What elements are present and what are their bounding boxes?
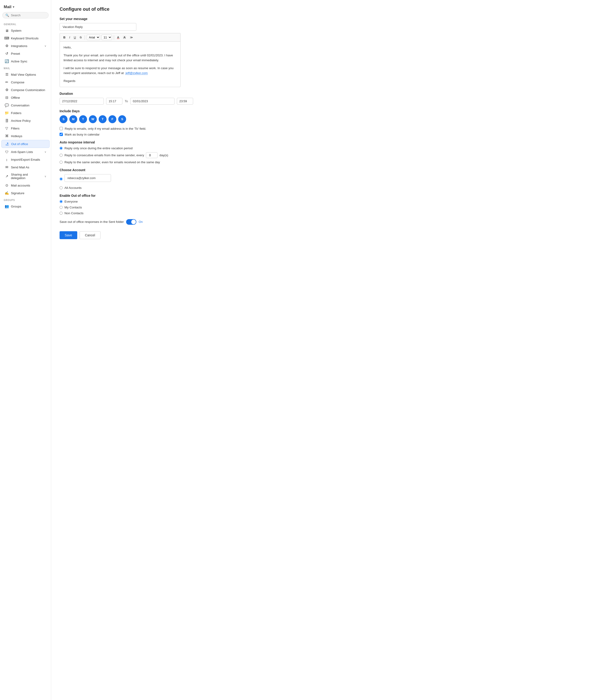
conversation-icon: 💬	[5, 103, 9, 107]
compose-icon: ✏	[5, 80, 9, 84]
sidebar-item-archive-policy[interactable]: 🗄 Archive Policy	[1, 117, 50, 124]
all-accounts-label: All Accounts	[64, 186, 82, 190]
sidebar-item-keyboard-shortcuts[interactable]: ⌨ Keyboard Shortcuts	[1, 34, 50, 42]
message-subject-input[interactable]	[59, 23, 136, 31]
sidebar-item-label: Hotkeys	[11, 134, 22, 138]
day-monday[interactable]: M	[69, 115, 77, 123]
duration-label: Duration	[59, 92, 590, 96]
sidebar-item-filters[interactable]: ▽ Filters	[1, 125, 50, 132]
editor-body[interactable]: Hello, Thank you for your email. am curr…	[59, 42, 181, 87]
sidebar-item-compose[interactable]: ✏ Compose	[1, 78, 50, 86]
account-email-box[interactable]: rebecca@zylker.com	[64, 174, 111, 182]
sidebar-item-label: Sharing and delegation	[11, 173, 42, 180]
toggle-state-label: On	[139, 220, 142, 224]
days-suffix: day(s)	[159, 153, 168, 157]
sidebar-item-conversation[interactable]: 💬 Conversation	[1, 102, 50, 109]
editor-toolbar: B I U S Arial 11 A A ≫	[59, 33, 181, 42]
sidebar-item-preset[interactable]: ↺ Preset	[1, 50, 50, 57]
sidebar-item-label: Active Sync	[11, 59, 27, 63]
underline-button[interactable]: U	[73, 35, 77, 40]
save-button[interactable]: Save	[59, 231, 77, 239]
sidebar-item-folders[interactable]: 📁 Folders	[1, 109, 50, 117]
radio-consecutive[interactable]	[59, 154, 62, 157]
strikethrough-button[interactable]: S	[78, 35, 83, 40]
radio-non-contacts[interactable]	[59, 212, 62, 215]
keyboard-icon: ⌨	[5, 36, 9, 40]
toolbar-divider	[85, 35, 85, 40]
sidebar-item-compose-customization[interactable]: ⚙ Compose Customization	[1, 86, 50, 94]
save-sent-label: Save out of office responses in the Sent…	[59, 220, 124, 224]
days-input[interactable]	[146, 152, 158, 158]
day-saturday[interactable]: S	[118, 115, 126, 123]
sidebar-item-label: Conversation	[11, 104, 30, 107]
offline-icon: ⊟	[5, 96, 9, 100]
checkbox-busy[interactable]	[59, 133, 63, 136]
sidebar-item-offline[interactable]: ⊟ Offline	[1, 94, 50, 101]
highlight-button[interactable]: A	[122, 35, 127, 40]
toggle-knob	[131, 220, 136, 224]
day-sunday[interactable]: S	[59, 115, 68, 123]
sidebar-item-sharing-delegation[interactable]: ↗ Sharing and delegation ∨	[1, 171, 50, 181]
radio-my-contacts[interactable]	[59, 206, 62, 209]
day-friday[interactable]: F	[108, 115, 116, 123]
sidebar-item-active-sync[interactable]: 🔄 Active Sync	[1, 57, 50, 65]
checkbox-to-field[interactable]	[59, 127, 63, 130]
sidebar-item-label: Offline	[11, 96, 20, 99]
day-wednesday[interactable]: W	[89, 115, 97, 123]
toolbar-divider-2	[114, 35, 114, 40]
enable-oof-label: Enable Out of office for	[59, 194, 590, 198]
checkbox-busy-row: Mark as busy in calendar	[59, 133, 590, 136]
radio-all-accounts[interactable]	[59, 186, 62, 189]
page-title: Configure out of office	[59, 6, 590, 12]
radio-same-sender[interactable]	[59, 161, 62, 164]
radio-same-sender-label: Reply to the same sender, even for email…	[64, 160, 160, 164]
sidebar-item-system[interactable]: 🖥 System	[1, 27, 50, 34]
search-input[interactable]	[11, 14, 46, 17]
anti-spam-icon: 🛡	[5, 150, 9, 154]
bold-button[interactable]: B	[62, 35, 67, 40]
more-options-button[interactable]: ≫	[129, 35, 134, 40]
sidebar-item-groups[interactable]: 👥 Groups	[1, 203, 50, 210]
radio-everyone[interactable]	[59, 200, 62, 203]
save-sent-toggle[interactable]	[126, 219, 136, 225]
sidebar-item-mail-accounts[interactable]: ⊙ Mail accounts	[1, 182, 50, 189]
radio-account-rebecca[interactable]	[59, 177, 62, 180]
radio-once[interactable]	[59, 147, 62, 150]
app-title[interactable]: Mail ▾	[0, 3, 51, 12]
sidebar-item-integrations[interactable]: ⚙ Integrations ∨	[1, 42, 50, 50]
font-size-select[interactable]: 11	[101, 35, 112, 40]
cancel-button[interactable]: Cancel	[80, 231, 101, 239]
jeff-email-link[interactable]: jeff@zylker.com	[125, 71, 148, 75]
sidebar-item-mail-view-options[interactable]: ☰ Mail View Options	[1, 71, 50, 78]
section-groups: GROUPS	[0, 197, 51, 202]
search-box[interactable]: 🔍	[2, 12, 49, 18]
checkbox-to-field-row: Reply to emails, only if my email addres…	[59, 127, 590, 130]
sidebar-item-out-of-office[interactable]: 🏖 Out of office	[1, 140, 50, 148]
day-tuesday[interactable]: T	[79, 115, 87, 123]
end-date-input[interactable]	[130, 98, 175, 104]
start-date-input[interactable]	[59, 98, 104, 104]
section-general: GENERAL	[0, 21, 51, 27]
radio-same-sender-row: Reply to the same sender, even for email…	[59, 160, 590, 164]
everyone-label: Everyone	[64, 200, 78, 203]
preset-icon: ↺	[5, 51, 9, 56]
sidebar-item-label: Mail accounts	[11, 184, 30, 187]
font-color-button[interactable]: A	[116, 35, 120, 40]
save-sent-row: Save out of office responses in the Sent…	[59, 219, 590, 225]
sidebar-item-label: Compose	[11, 80, 24, 84]
chevron-down-icon: ∨	[45, 175, 46, 178]
app-title-chevron: ▾	[13, 5, 14, 9]
italic-button[interactable]: I	[68, 35, 71, 40]
signature-icon: ✍	[5, 191, 9, 195]
sidebar-item-anti-spam[interactable]: 🛡 Anti-Spam Lists ∨	[1, 148, 50, 155]
sidebar-item-signature[interactable]: ✍ Signature	[1, 189, 50, 197]
day-thursday[interactable]: T	[99, 115, 107, 123]
sidebar-item-import-export[interactable]: ↕ Import/Export Emails	[1, 156, 50, 163]
sidebar-item-hotkeys[interactable]: ⌘ Hotkeys	[1, 132, 50, 140]
sidebar-item-send-mail-as[interactable]: ✉ Send Mail As	[1, 164, 50, 171]
font-family-select[interactable]: Arial	[87, 35, 100, 40]
start-time-input[interactable]	[106, 98, 122, 104]
account-row: rebecca@zylker.com	[59, 174, 590, 184]
end-time-input[interactable]	[177, 98, 193, 104]
sidebar-item-label: Keyboard Shortcuts	[11, 36, 38, 40]
